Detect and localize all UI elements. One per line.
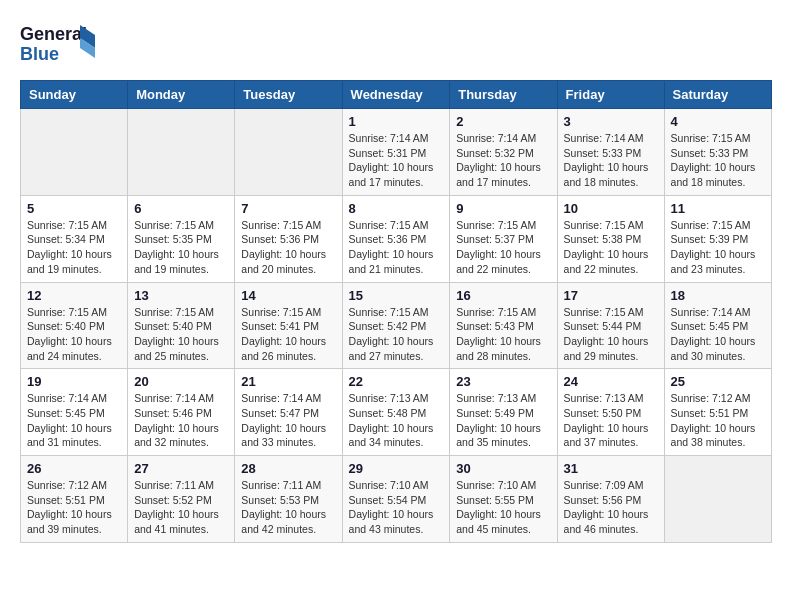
day-info: Sunrise: 7:14 AM Sunset: 5:31 PM Dayligh…	[349, 131, 444, 190]
day-info: Sunrise: 7:15 AM Sunset: 5:40 PM Dayligh…	[27, 305, 121, 364]
weekday-header: Wednesday	[342, 81, 450, 109]
day-info: Sunrise: 7:13 AM Sunset: 5:49 PM Dayligh…	[456, 391, 550, 450]
logo: GeneralBlue	[20, 20, 100, 64]
calendar-cell: 21Sunrise: 7:14 AM Sunset: 5:47 PM Dayli…	[235, 369, 342, 456]
day-info: Sunrise: 7:09 AM Sunset: 5:56 PM Dayligh…	[564, 478, 658, 537]
day-number: 13	[134, 288, 228, 303]
calendar-cell: 2Sunrise: 7:14 AM Sunset: 5:32 PM Daylig…	[450, 109, 557, 196]
day-number: 11	[671, 201, 765, 216]
day-number: 17	[564, 288, 658, 303]
calendar-cell: 30Sunrise: 7:10 AM Sunset: 5:55 PM Dayli…	[450, 456, 557, 543]
calendar-cell: 26Sunrise: 7:12 AM Sunset: 5:51 PM Dayli…	[21, 456, 128, 543]
calendar-week-row: 5Sunrise: 7:15 AM Sunset: 5:34 PM Daylig…	[21, 195, 772, 282]
calendar-cell: 6Sunrise: 7:15 AM Sunset: 5:35 PM Daylig…	[128, 195, 235, 282]
calendar-cell: 27Sunrise: 7:11 AM Sunset: 5:52 PM Dayli…	[128, 456, 235, 543]
day-number: 19	[27, 374, 121, 389]
day-number: 20	[134, 374, 228, 389]
calendar-cell	[664, 456, 771, 543]
day-info: Sunrise: 7:15 AM Sunset: 5:40 PM Dayligh…	[134, 305, 228, 364]
calendar-week-row: 1Sunrise: 7:14 AM Sunset: 5:31 PM Daylig…	[21, 109, 772, 196]
day-number: 18	[671, 288, 765, 303]
day-number: 29	[349, 461, 444, 476]
calendar-cell: 16Sunrise: 7:15 AM Sunset: 5:43 PM Dayli…	[450, 282, 557, 369]
day-info: Sunrise: 7:14 AM Sunset: 5:47 PM Dayligh…	[241, 391, 335, 450]
day-info: Sunrise: 7:10 AM Sunset: 5:54 PM Dayligh…	[349, 478, 444, 537]
calendar-cell: 20Sunrise: 7:14 AM Sunset: 5:46 PM Dayli…	[128, 369, 235, 456]
day-number: 14	[241, 288, 335, 303]
calendar-cell: 31Sunrise: 7:09 AM Sunset: 5:56 PM Dayli…	[557, 456, 664, 543]
calendar-cell: 12Sunrise: 7:15 AM Sunset: 5:40 PM Dayli…	[21, 282, 128, 369]
day-number: 16	[456, 288, 550, 303]
weekday-header: Thursday	[450, 81, 557, 109]
calendar-cell: 5Sunrise: 7:15 AM Sunset: 5:34 PM Daylig…	[21, 195, 128, 282]
day-number: 3	[564, 114, 658, 129]
day-info: Sunrise: 7:12 AM Sunset: 5:51 PM Dayligh…	[27, 478, 121, 537]
logo-icon: GeneralBlue	[20, 20, 100, 64]
calendar-cell: 29Sunrise: 7:10 AM Sunset: 5:54 PM Dayli…	[342, 456, 450, 543]
day-info: Sunrise: 7:14 AM Sunset: 5:46 PM Dayligh…	[134, 391, 228, 450]
calendar-cell: 13Sunrise: 7:15 AM Sunset: 5:40 PM Dayli…	[128, 282, 235, 369]
calendar-cell: 25Sunrise: 7:12 AM Sunset: 5:51 PM Dayli…	[664, 369, 771, 456]
day-number: 25	[671, 374, 765, 389]
day-info: Sunrise: 7:15 AM Sunset: 5:42 PM Dayligh…	[349, 305, 444, 364]
calendar-cell	[235, 109, 342, 196]
day-info: Sunrise: 7:14 AM Sunset: 5:32 PM Dayligh…	[456, 131, 550, 190]
day-info: Sunrise: 7:10 AM Sunset: 5:55 PM Dayligh…	[456, 478, 550, 537]
day-number: 24	[564, 374, 658, 389]
day-info: Sunrise: 7:12 AM Sunset: 5:51 PM Dayligh…	[671, 391, 765, 450]
day-info: Sunrise: 7:11 AM Sunset: 5:52 PM Dayligh…	[134, 478, 228, 537]
day-info: Sunrise: 7:14 AM Sunset: 5:33 PM Dayligh…	[564, 131, 658, 190]
day-number: 23	[456, 374, 550, 389]
calendar-cell: 1Sunrise: 7:14 AM Sunset: 5:31 PM Daylig…	[342, 109, 450, 196]
day-info: Sunrise: 7:15 AM Sunset: 5:35 PM Dayligh…	[134, 218, 228, 277]
day-info: Sunrise: 7:14 AM Sunset: 5:45 PM Dayligh…	[671, 305, 765, 364]
calendar-header-row: SundayMondayTuesdayWednesdayThursdayFrid…	[21, 81, 772, 109]
day-info: Sunrise: 7:15 AM Sunset: 5:38 PM Dayligh…	[564, 218, 658, 277]
day-info: Sunrise: 7:11 AM Sunset: 5:53 PM Dayligh…	[241, 478, 335, 537]
calendar-cell: 19Sunrise: 7:14 AM Sunset: 5:45 PM Dayli…	[21, 369, 128, 456]
calendar-cell: 18Sunrise: 7:14 AM Sunset: 5:45 PM Dayli…	[664, 282, 771, 369]
calendar-cell: 14Sunrise: 7:15 AM Sunset: 5:41 PM Dayli…	[235, 282, 342, 369]
day-info: Sunrise: 7:15 AM Sunset: 5:37 PM Dayligh…	[456, 218, 550, 277]
day-info: Sunrise: 7:15 AM Sunset: 5:43 PM Dayligh…	[456, 305, 550, 364]
page-header: GeneralBlue	[20, 20, 772, 64]
calendar-cell: 22Sunrise: 7:13 AM Sunset: 5:48 PM Dayli…	[342, 369, 450, 456]
calendar-table: SundayMondayTuesdayWednesdayThursdayFrid…	[20, 80, 772, 543]
calendar-cell: 7Sunrise: 7:15 AM Sunset: 5:36 PM Daylig…	[235, 195, 342, 282]
day-number: 5	[27, 201, 121, 216]
calendar-week-row: 12Sunrise: 7:15 AM Sunset: 5:40 PM Dayli…	[21, 282, 772, 369]
day-info: Sunrise: 7:15 AM Sunset: 5:39 PM Dayligh…	[671, 218, 765, 277]
svg-text:Blue: Blue	[20, 44, 59, 64]
calendar-cell: 24Sunrise: 7:13 AM Sunset: 5:50 PM Dayli…	[557, 369, 664, 456]
day-info: Sunrise: 7:14 AM Sunset: 5:45 PM Dayligh…	[27, 391, 121, 450]
calendar-cell: 15Sunrise: 7:15 AM Sunset: 5:42 PM Dayli…	[342, 282, 450, 369]
calendar-cell: 17Sunrise: 7:15 AM Sunset: 5:44 PM Dayli…	[557, 282, 664, 369]
calendar-week-row: 26Sunrise: 7:12 AM Sunset: 5:51 PM Dayli…	[21, 456, 772, 543]
day-number: 21	[241, 374, 335, 389]
calendar-cell	[128, 109, 235, 196]
calendar-cell: 23Sunrise: 7:13 AM Sunset: 5:49 PM Dayli…	[450, 369, 557, 456]
day-number: 27	[134, 461, 228, 476]
calendar-cell: 3Sunrise: 7:14 AM Sunset: 5:33 PM Daylig…	[557, 109, 664, 196]
day-number: 30	[456, 461, 550, 476]
day-number: 15	[349, 288, 444, 303]
weekday-header: Friday	[557, 81, 664, 109]
day-info: Sunrise: 7:13 AM Sunset: 5:48 PM Dayligh…	[349, 391, 444, 450]
day-number: 6	[134, 201, 228, 216]
calendar-cell: 11Sunrise: 7:15 AM Sunset: 5:39 PM Dayli…	[664, 195, 771, 282]
weekday-header: Tuesday	[235, 81, 342, 109]
calendar-cell: 10Sunrise: 7:15 AM Sunset: 5:38 PM Dayli…	[557, 195, 664, 282]
day-number: 7	[241, 201, 335, 216]
svg-text:General: General	[20, 24, 87, 44]
weekday-header: Saturday	[664, 81, 771, 109]
calendar-cell: 8Sunrise: 7:15 AM Sunset: 5:36 PM Daylig…	[342, 195, 450, 282]
calendar-cell	[21, 109, 128, 196]
calendar-cell: 9Sunrise: 7:15 AM Sunset: 5:37 PM Daylig…	[450, 195, 557, 282]
day-number: 12	[27, 288, 121, 303]
day-info: Sunrise: 7:15 AM Sunset: 5:44 PM Dayligh…	[564, 305, 658, 364]
day-number: 2	[456, 114, 550, 129]
day-info: Sunrise: 7:15 AM Sunset: 5:36 PM Dayligh…	[349, 218, 444, 277]
day-number: 4	[671, 114, 765, 129]
day-number: 22	[349, 374, 444, 389]
day-number: 31	[564, 461, 658, 476]
